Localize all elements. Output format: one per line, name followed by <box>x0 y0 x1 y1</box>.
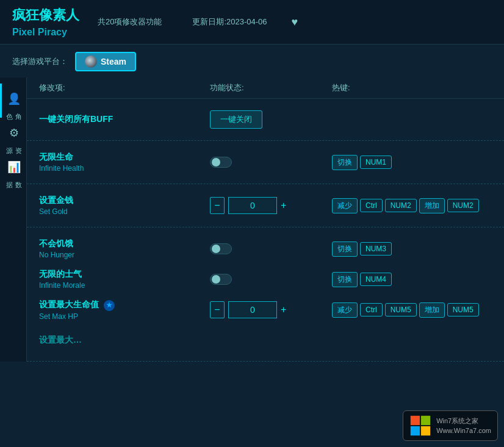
mod-name-set-gold: 设置金钱 Set Gold <box>39 195 210 216</box>
character-icon: 👤 <box>7 92 21 105</box>
mod-cn-infinite-morale: 无限的士气 <box>39 269 210 280</box>
section-resources: 设置金钱 Set Gold − + 减少 Ctrl NUM2 增加 NUM2 <box>27 184 504 227</box>
mod-name-partial: 设置最大… <box>39 335 210 346</box>
mod-cn-set-gold: 设置金钱 <box>39 195 210 206</box>
svg-rect-0 <box>411 416 420 425</box>
toggle-infinite-health[interactable] <box>210 157 232 168</box>
table-row: 无限生命 Infinite Health 切换 NUM1 <box>27 147 504 177</box>
col-status: 功能状态: <box>210 82 332 93</box>
plus-sign: + <box>281 200 286 211</box>
decrease-gold-button[interactable]: − <box>210 197 225 214</box>
sidebar-label-resources: 资源 <box>5 142 23 143</box>
platform-label: 选择游戏平台： <box>12 56 68 67</box>
hotkey-ctrl-gold[interactable]: Ctrl <box>360 199 383 212</box>
sidebar-item-resources[interactable]: ⚙ 资源 <box>0 118 26 152</box>
header-left: 疯狂像素人 Pixel Piracy <box>12 6 79 38</box>
star-badge-icon: ★ <box>104 300 115 311</box>
mod-en-set-gold: Set Gold <box>39 207 210 216</box>
data-icon: 📊 <box>7 160 21 174</box>
one-click-close-button[interactable]: 一键关闭 <box>210 110 262 129</box>
mod-hotkey-no-hunger: 切换 NUM3 <box>332 241 492 257</box>
mod-cn-set-max-hp: 设置最大生命值 ★ <box>39 299 210 311</box>
max-hp-value-input[interactable] <box>228 301 277 318</box>
watermark-line2: Www.Win7a7.com <box>436 426 491 436</box>
hotkey-ctrl-max-hp[interactable]: Ctrl <box>360 303 383 316</box>
platform-section: 选择游戏平台： Steam <box>0 45 504 77</box>
watermark-text-area: Win7系统之家 Www.Win7a7.com <box>436 416 491 436</box>
toggle-knob-3 <box>212 275 220 284</box>
table-row: 无限的士气 Infinite Morale 切换 NUM4 <box>27 264 504 295</box>
toggle-no-hunger[interactable] <box>210 243 232 254</box>
steam-platform-button[interactable]: Steam <box>75 52 136 71</box>
num-input-area-max-hp: − + <box>210 301 332 318</box>
hotkey-increase-label[interactable]: 增加 <box>419 198 445 213</box>
hotkey-num4[interactable]: NUM4 <box>360 273 392 286</box>
toggle-knob-2 <box>212 245 220 253</box>
favorite-icon[interactable]: ♥ <box>292 16 298 29</box>
header-meta-count: 共20项修改器功能 <box>98 16 162 27</box>
table-row: 设置最大… <box>27 326 504 355</box>
mod-status-infinite-morale <box>210 274 332 285</box>
header-meta-date: 更新日期:2023-04-06 <box>192 16 267 27</box>
sidebar: 👤 角色 ⚙ 资源 📊 数据 <box>0 77 27 362</box>
mod-en-infinite-morale: Infinite Morale <box>39 281 210 290</box>
gold-value-input[interactable] <box>228 197 277 214</box>
column-headers: 修改项: 功能状态: 热键: <box>27 77 504 99</box>
hotkey-num2-dec[interactable]: NUM2 <box>385 199 417 212</box>
mod-en-no-hunger: No Hunger <box>39 251 210 259</box>
mod-hotkey-infinite-morale: 切换 NUM4 <box>332 272 492 287</box>
mod-name-set-max-hp: 设置最大生命值 ★ Set Max HP <box>39 299 210 321</box>
mod-en-infinite-health: Infinite Health <box>39 164 210 173</box>
sidebar-item-character[interactable]: 👤 角色 <box>0 84 26 118</box>
mod-status-set-max-hp: − + <box>210 301 332 318</box>
mod-status-infinite-health <box>210 157 332 168</box>
mod-status-one-click: 一键关闭 <box>210 110 332 129</box>
hotkey-switch-num4-action[interactable]: 切换 <box>332 272 358 287</box>
num-input-area-gold: − + <box>210 197 332 214</box>
section-general: 一键关闭所有BUFF 一键关闭 <box>27 99 504 141</box>
windows-logo-icon <box>409 415 431 437</box>
mod-name-no-hunger: 不会饥饿 No Hunger <box>39 238 210 259</box>
mod-hotkey-set-gold: 减少 Ctrl NUM2 增加 NUM2 <box>332 198 492 213</box>
table-row: 不会饥饿 No Hunger 切换 NUM3 <box>27 234 504 264</box>
hotkey-num5-inc[interactable]: NUM5 <box>447 303 479 316</box>
table-row: 一键关闭所有BUFF 一键关闭 <box>27 105 504 134</box>
hotkey-num3[interactable]: NUM3 <box>360 242 392 256</box>
hotkey-num1[interactable]: NUM1 <box>360 156 392 169</box>
col-hotkey: 热键: <box>332 82 492 93</box>
table-row: 设置金钱 Set Gold − + 减少 Ctrl NUM2 增加 NUM2 <box>27 190 504 221</box>
resources-icon: ⚙ <box>9 126 19 140</box>
svg-rect-2 <box>411 426 420 435</box>
sidebar-item-data[interactable]: 📊 数据 <box>0 152 26 186</box>
plus-sign-2: + <box>281 304 286 315</box>
hotkey-decrease-label[interactable]: 减少 <box>332 198 358 213</box>
watermark-line1: Win7系统之家 <box>436 416 491 426</box>
app-header: 疯狂像素人 Pixel Piracy 共20项修改器功能 更新日期:2023-0… <box>0 0 504 45</box>
mod-cn-one-click: 一键关闭所有BUFF <box>39 114 210 125</box>
hotkey-num5-dec[interactable]: NUM5 <box>385 303 417 316</box>
table-row: 设置最大生命值 ★ Set Max HP − + 减少 Ctrl NUM5 <box>27 295 504 326</box>
svg-rect-1 <box>421 416 430 425</box>
mod-name-infinite-health: 无限生命 Infinite Health <box>39 152 210 173</box>
col-mod: 修改项: <box>39 82 210 93</box>
hotkey-num2-inc[interactable]: NUM2 <box>447 199 479 212</box>
game-title-en: Pixel Piracy <box>12 27 79 38</box>
mod-status-no-hunger <box>210 243 332 254</box>
hotkey-decrease-max-hp-label[interactable]: 减少 <box>332 302 358 318</box>
content-area: 修改项: 功能状态: 热键: 一键关闭所有BUFF 一键关闭 无限生命 Infi… <box>27 77 504 362</box>
mod-cn-partial: 设置最大… <box>39 335 210 346</box>
hotkey-switch-num3-action[interactable]: 切换 <box>332 241 358 257</box>
hotkey-increase-max-hp-label[interactable]: 增加 <box>419 302 445 318</box>
section-character: 无限生命 Infinite Health 切换 NUM1 <box>27 141 504 184</box>
sidebar-label-data: 数据 <box>5 176 23 177</box>
mod-hotkey-set-max-hp: 减少 Ctrl NUM5 增加 NUM5 <box>332 302 492 318</box>
steam-button-label: Steam <box>101 57 126 66</box>
toggle-infinite-morale[interactable] <box>210 274 232 285</box>
mod-hotkey-infinite-health: 切换 NUM1 <box>332 155 492 170</box>
section-data: 不会饥饿 No Hunger 切换 NUM3 无限的士气 Infinite M <box>27 227 504 362</box>
decrease-max-hp-button[interactable]: − <box>210 301 225 318</box>
steam-logo-icon <box>85 55 97 68</box>
game-title-cn: 疯狂像素人 <box>12 6 79 24</box>
hotkey-switch-num1-action[interactable]: 切换 <box>332 155 358 170</box>
watermark: Win7系统之家 Www.Win7a7.com <box>403 410 498 441</box>
